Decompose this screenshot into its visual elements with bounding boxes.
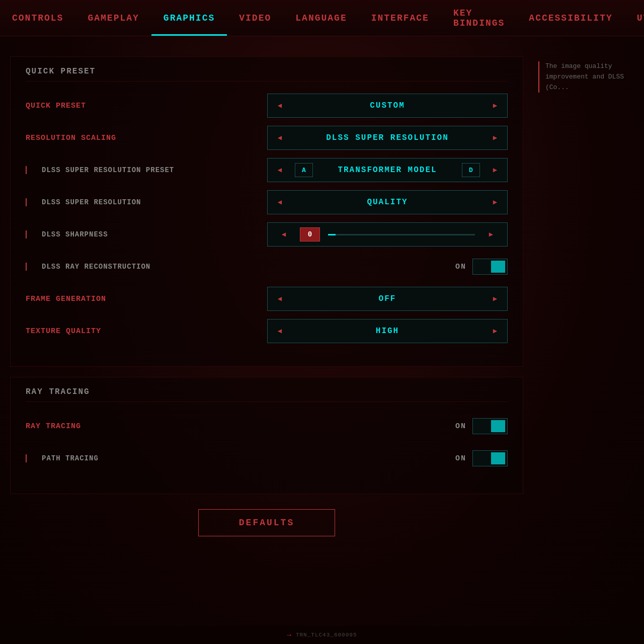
path-tracing-status: ON (455, 454, 466, 463)
selector-dlss-preset[interactable]: A TRANSFORMER MODEL D (267, 158, 508, 182)
frame-generation-value: OFF (292, 294, 483, 303)
quick-preset-prev-btn[interactable] (268, 94, 292, 117)
slider-dlss-sharpness[interactable]: 0 (267, 222, 508, 247)
dlss-sharpness-fill (328, 234, 336, 235)
dlss-sharpness-track[interactable] (328, 234, 475, 235)
quick-preset-value: CUSTOM (292, 101, 483, 110)
dlss-resolution-next-btn[interactable] (483, 191, 507, 214)
dlss-sharpness-value: 0 (300, 227, 320, 242)
quick-preset-section-title: Quick Preset (26, 67, 508, 82)
nav-item-gameplay[interactable]: GAMEPLAY (75, 0, 151, 36)
resolution-scaling-next-btn[interactable] (483, 126, 507, 149)
row-dlss-ray-reconstruction: DLSS Ray Reconstruction ON (26, 255, 508, 279)
toggle-ray-tracing-switch[interactable] (472, 418, 508, 434)
ray-tracing-section-title: Ray Tracing (26, 387, 508, 402)
nav-item-video[interactable]: VIDEO (227, 0, 283, 36)
chevron-right-icon (493, 198, 497, 207)
chevron-left-icon (278, 133, 282, 142)
label-path-tracing: Path Tracing (26, 454, 267, 462)
toggle-thumb-pt (491, 452, 505, 464)
label-texture-quality: Texture Quality (26, 327, 267, 336)
texture-quality-next-btn[interactable] (483, 319, 507, 343)
defaults-button[interactable]: DEFAULTS (198, 509, 335, 536)
nav-item-controls[interactable]: CONTROLS (0, 0, 75, 36)
chevron-right-icon (493, 133, 497, 142)
row-quick-preset: Quick Preset CUSTOM (26, 94, 508, 118)
chevron-left-icon (278, 294, 282, 303)
toggle-path-tracing: ON (267, 450, 508, 466)
info-text: The image quality improvement and DLSS (… (538, 61, 629, 93)
badge-a: A (295, 163, 313, 177)
badge-d: D (462, 163, 480, 177)
dlss-resolution-prev-btn[interactable] (268, 191, 292, 214)
toggle-path-tracing-switch[interactable] (472, 450, 508, 466)
label-resolution-scaling: Resolution Scaling (26, 134, 267, 142)
nav-item-language[interactable]: LANGUAGE (283, 0, 359, 36)
main-content: Quick Preset Quick Preset CUSTOM Resolut… (0, 36, 644, 644)
label-dlss-sharpness: DLSS Sharpness (26, 230, 267, 238)
row-ray-tracing: Ray Tracing ON (26, 414, 508, 438)
chevron-left-icon (278, 101, 282, 110)
settings-panel: Quick Preset Quick Preset CUSTOM Resolut… (10, 56, 523, 634)
row-dlss-sharpness: DLSS Sharpness 0 (26, 222, 508, 247)
chevron-left-icon (278, 198, 282, 207)
chevron-left-icon (278, 327, 282, 336)
dlss-ray-reconstruction-status: ON (455, 263, 466, 271)
chevron-right-icon (493, 327, 497, 336)
nav-bar: CONTROLS GAMEPLAY GRAPHICS VIDEO LANGUAG… (0, 0, 644, 36)
dlss-preset-next-btn[interactable] (483, 158, 507, 182)
bottom-bar: → TRN_TLC43_600095 (0, 626, 644, 644)
quick-preset-next-btn[interactable] (483, 94, 507, 117)
texture-quality-prev-btn[interactable] (268, 319, 292, 343)
chevron-right-icon (493, 294, 497, 303)
ray-tracing-status: ON (455, 422, 466, 431)
chevron-right-icon (489, 230, 493, 239)
selector-resolution-scaling[interactable]: DLSS SUPER RESOLUTION (267, 126, 508, 150)
row-dlss-preset: DLSS Super Resolution Preset A TRANSFORM… (26, 158, 508, 182)
nav-item-graphics[interactable]: GRAPHICS (151, 0, 227, 36)
dlss-sharpness-prev-btn[interactable] (272, 223, 296, 246)
nav-item-keybindings[interactable]: KEY BINDINGS (441, 0, 517, 36)
dlss-sharpness-next-btn[interactable] (479, 223, 503, 246)
ray-tracing-section: Ray Tracing Ray Tracing ON Path Tracing … (10, 377, 523, 494)
chevron-right-icon (493, 101, 497, 110)
row-resolution-scaling: Resolution Scaling DLSS SUPER RESOLUTION (26, 126, 508, 150)
chevron-left-icon (278, 166, 282, 175)
toggle-thumb (491, 261, 505, 273)
toggle-dlss-ray-reconstruction: ON (267, 259, 508, 275)
chevron-right-icon (493, 166, 497, 175)
toggle-dlss-ray-reconstruction-switch[interactable] (472, 259, 508, 275)
toggle-ray-tracing: ON (267, 418, 508, 434)
info-panel: The image quality improvement and DLSS (… (533, 56, 634, 634)
resolution-scaling-value: DLSS SUPER RESOLUTION (292, 133, 483, 142)
row-texture-quality: Texture Quality HIGH (26, 319, 508, 343)
selector-frame-generation[interactable]: OFF (267, 287, 508, 311)
toggle-thumb-rt (491, 420, 505, 432)
bottom-hint-text: TRN_TLC43_600095 (296, 632, 357, 638)
nav-item-ut[interactable]: UT... (625, 0, 644, 36)
label-dlss-ray-reconstruction: DLSS Ray Reconstruction (26, 263, 267, 271)
row-dlss-resolution: DLSS Super Resolution QUALITY (26, 190, 508, 214)
nav-item-interface[interactable]: INTERFACE (359, 0, 441, 36)
label-dlss-resolution: DLSS Super Resolution (26, 198, 267, 206)
frame-generation-prev-btn[interactable] (268, 287, 292, 310)
label-ray-tracing: Ray Tracing (26, 422, 267, 431)
bottom-hint: → TRN_TLC43_600095 (287, 631, 357, 639)
frame-generation-next-btn[interactable] (483, 287, 507, 310)
label-frame-generation: Frame Generation (26, 295, 267, 303)
selector-dlss-resolution[interactable]: QUALITY (267, 190, 508, 214)
resolution-scaling-prev-btn[interactable] (268, 126, 292, 149)
selector-quick-preset[interactable]: CUSTOM (267, 94, 508, 118)
row-path-tracing: Path Tracing ON (26, 446, 508, 470)
chevron-left-icon (282, 230, 286, 239)
texture-quality-value: HIGH (292, 327, 483, 336)
selector-texture-quality[interactable]: HIGH (267, 319, 508, 343)
dlss-preset-prev-btn[interactable] (268, 158, 292, 182)
nav-item-accessibility[interactable]: ACCESSIBILITY (517, 0, 624, 36)
label-quick-preset: Quick Preset (26, 102, 267, 110)
dlss-preset-value: TRANSFORMER MODEL (316, 166, 459, 175)
label-dlss-preset: DLSS Super Resolution Preset (26, 166, 267, 174)
row-frame-generation: Frame Generation OFF (26, 287, 508, 311)
quick-preset-section: Quick Preset Quick Preset CUSTOM Resolut… (10, 56, 523, 367)
dlss-resolution-value: QUALITY (292, 198, 483, 207)
